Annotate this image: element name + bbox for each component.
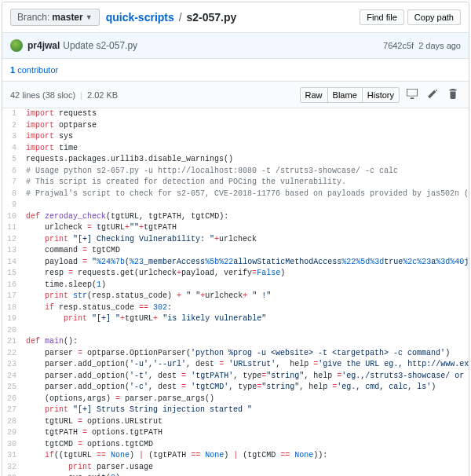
line-number[interactable]: 13: [2, 245, 23, 257]
line-count: 42 lines (38 sloc): [10, 90, 75, 100]
line-number[interactable]: 15: [2, 268, 23, 280]
line-source: print "[+] Checking Vulnerability: "+url…: [23, 234, 469, 246]
line-source: def zeroday_check(tgtURL, tgtPATH, tgtCM…: [23, 211, 469, 223]
code-line: 10def zeroday_check(tgtURL, tgtPATH, tgt…: [2, 211, 469, 223]
line-number[interactable]: 26: [2, 394, 23, 405]
line-number[interactable]: 29: [2, 427, 23, 439]
code-line: 31 if((tgtURL == None) | (tgtPATH == Non…: [2, 450, 469, 462]
line-source: command = tgtCMD: [23, 245, 469, 257]
line-source: # This script is created for detection a…: [23, 177, 469, 189]
code-line: 20: [2, 325, 469, 337]
code-line: 33 sys.exit(0): [2, 473, 469, 476]
commit-row: pr4jwal Update s2-057.py 7642c5f 2 days …: [2, 33, 469, 59]
contributors-bar: 1 contributor: [2, 59, 469, 82]
line-source: tgtCMD = options.tgtCMD: [23, 439, 469, 451]
line-source: parser = optparse.OptionParser('python %…: [23, 348, 469, 360]
line-source: if resp.status_code == 302:: [23, 302, 469, 314]
file-header: Branch: master ▼ quick-scripts / s2-057.…: [2, 2, 469, 33]
line-number[interactable]: 9: [2, 200, 23, 211]
contributors-link[interactable]: 1 contributor: [10, 65, 58, 75]
history-button[interactable]: History: [362, 87, 400, 103]
code-line: 8# Prajwal's script to check for s2-057,…: [2, 189, 469, 200]
line-source: parser.add_option('-u','--url', dest = '…: [23, 359, 469, 371]
line-number[interactable]: 19: [2, 313, 23, 325]
pencil-icon[interactable]: [425, 87, 441, 103]
code-line: 2import optparse: [2, 120, 469, 132]
copy-path-button[interactable]: Copy path: [407, 9, 461, 25]
line-number[interactable]: 12: [2, 234, 23, 246]
line-number[interactable]: 17: [2, 291, 23, 302]
line-number[interactable]: 31: [2, 450, 23, 462]
file-size: 2.02 KB: [87, 90, 118, 100]
desktop-icon[interactable]: [403, 86, 421, 103]
line-source: requests.packages.urllib3.disable_warnin…: [23, 154, 469, 166]
code-line: 29 tgtPATH = options.tgtPATH: [2, 427, 469, 439]
line-number[interactable]: 30: [2, 439, 23, 451]
branch-select[interactable]: Branch: master ▼: [10, 9, 100, 26]
commit-author[interactable]: pr4jwal: [27, 40, 60, 51]
commit-message[interactable]: Update s2-057.py: [63, 40, 137, 51]
branch-name: master: [52, 12, 82, 23]
line-number[interactable]: 6: [2, 166, 23, 178]
line-number[interactable]: 23: [2, 359, 23, 371]
trash-icon[interactable]: [445, 86, 461, 103]
line-number[interactable]: 16: [2, 280, 23, 291]
line-number[interactable]: 4: [2, 143, 23, 155]
line-number[interactable]: 2: [2, 120, 23, 132]
line-source: resp = requests.get(urlcheck+payload, ve…: [23, 268, 469, 280]
breadcrumb: quick-scripts / s2-057.py: [106, 11, 237, 24]
line-number[interactable]: 33: [2, 473, 23, 476]
line-number[interactable]: 10: [2, 211, 23, 223]
line-source: print str(resp.status_code) + " "+urlche…: [23, 291, 469, 302]
file-name: s2-057.py: [186, 11, 236, 24]
line-number[interactable]: 3: [2, 131, 23, 143]
line-number[interactable]: 20: [2, 325, 23, 337]
line-number[interactable]: 5: [2, 154, 23, 166]
line-number[interactable]: 14: [2, 257, 23, 269]
line-number[interactable]: 32: [2, 462, 23, 474]
line-number[interactable]: 24: [2, 371, 23, 383]
line-source: print parser.usage: [23, 462, 469, 474]
code-line: 32 print parser.usage: [2, 462, 469, 474]
line-number[interactable]: 7: [2, 177, 23, 189]
line-number[interactable]: 18: [2, 302, 23, 314]
code-line: 30 tgtCMD = options.tgtCMD: [2, 439, 469, 451]
file-info-bar: 42 lines (38 sloc) | 2.02 KB Raw Blame H…: [2, 82, 469, 108]
code-line: 11 urlcheck = tgtURL+""+tgtPATH: [2, 222, 469, 234]
line-source: parser.add_option('-t', dest = 'tgtPATH'…: [23, 371, 469, 383]
code-line: 1import requests: [2, 108, 469, 120]
find-file-button[interactable]: Find file: [360, 9, 404, 25]
code-line: 14 payload = "%24%7b(%23_memberAccess%5b…: [2, 257, 469, 269]
commit-time: 2 days ago: [418, 41, 461, 50]
line-source: print "[+] "+tgtURL+ "is likely vulnerab…: [23, 313, 469, 325]
raw-button[interactable]: Raw: [300, 87, 328, 103]
line-source: if((tgtURL == None) | (tgtPATH == None) …: [23, 450, 469, 462]
caret-down-icon: ▼: [86, 13, 93, 21]
code-line: 16 time.sleep(1): [2, 280, 469, 291]
code-line: 7# This script is created for detection …: [2, 177, 469, 189]
code-line: 13 command = tgtCMD: [2, 245, 469, 257]
line-source: import sys: [23, 131, 469, 143]
line-source: payload = "%24%7b(%23_memberAccess%5b%22…: [23, 257, 469, 269]
blame-button[interactable]: Blame: [328, 87, 362, 103]
line-source: tgtPATH = options.tgtPATH: [23, 427, 469, 439]
line-source: # Usage python s2-057.py -u http://local…: [23, 166, 469, 178]
code-line: 26 (options,args) = parser.parse_args(): [2, 394, 469, 405]
line-source: [23, 325, 469, 337]
line-number[interactable]: 25: [2, 382, 23, 394]
line-number[interactable]: 28: [2, 416, 23, 428]
line-number[interactable]: 11: [2, 222, 23, 234]
code-viewer: 1import requests2import optparse3import …: [2, 108, 469, 476]
line-number[interactable]: 8: [2, 189, 23, 200]
branch-label: Branch:: [17, 12, 49, 23]
line-number[interactable]: 21: [2, 336, 23, 348]
commit-sha[interactable]: 7642c5f: [383, 41, 414, 50]
line-source: time.sleep(1): [23, 280, 469, 291]
line-number[interactable]: 1: [2, 108, 23, 120]
avatar: [10, 39, 23, 52]
repo-link[interactable]: quick-scripts: [106, 11, 174, 24]
line-number[interactable]: 27: [2, 405, 23, 416]
line-number[interactable]: 22: [2, 348, 23, 360]
code-line: 5requests.packages.urllib3.disable_warni…: [2, 154, 469, 166]
line-source: tgtURL = options.URLstrut: [23, 416, 469, 428]
